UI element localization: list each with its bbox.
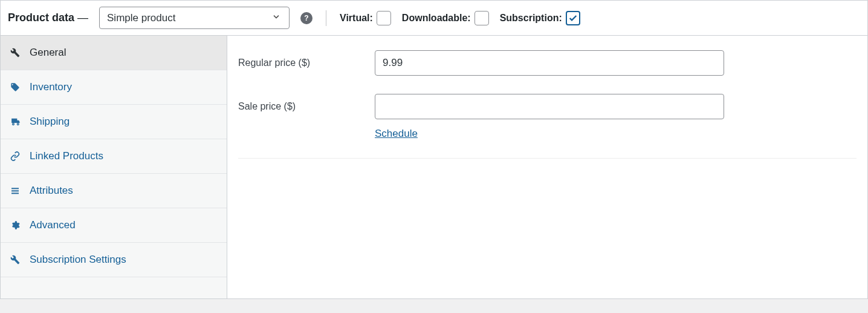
title-text: Product data	[8, 12, 74, 24]
panel-header: Product data — Simple product ? Virtual:…	[1, 1, 867, 36]
downloadable-checkbox[interactable]	[474, 11, 489, 25]
regular-price-label: Regular price ($)	[238, 50, 375, 68]
tab-general[interactable]: General	[1, 36, 227, 70]
tab-label: General	[30, 47, 66, 59]
tab-attributes[interactable]: Attributes	[1, 174, 227, 208]
subscription-checkbox[interactable]	[566, 11, 580, 25]
product-type-select-wrap: Simple product	[99, 7, 290, 29]
tab-label: Subscription Settings	[30, 254, 126, 266]
svg-point-0	[12, 123, 14, 125]
subscription-group: Subscription:	[500, 11, 580, 25]
panel-body: General Inventory Shipping Linked Produc…	[1, 36, 867, 298]
sale-price-row: Sale price ($) Schedule	[238, 94, 857, 140]
tab-advanced[interactable]: Advanced	[1, 208, 227, 243]
virtual-group: Virtual:	[340, 11, 391, 25]
tabs-sidebar: General Inventory Shipping Linked Produc…	[1, 36, 227, 298]
tab-label: Attributes	[30, 185, 73, 197]
tab-label: Linked Products	[30, 150, 103, 162]
sale-price-input[interactable]	[375, 94, 724, 119]
svg-rect-4	[11, 193, 19, 194]
wrench-icon	[9, 48, 21, 58]
gear-icon	[9, 220, 21, 230]
link-icon	[9, 151, 21, 161]
svg-point-1	[17, 123, 19, 125]
sale-price-field-wrap: Schedule	[375, 94, 724, 140]
svg-rect-2	[11, 188, 19, 189]
regular-price-row: Regular price ($)	[238, 50, 857, 76]
section-divider	[238, 158, 857, 159]
tab-label: Advanced	[30, 219, 76, 231]
panel-title: Product data —	[8, 12, 88, 24]
downloadable-label: Downloadable:	[402, 13, 471, 24]
tab-linked-products[interactable]: Linked Products	[1, 139, 227, 174]
tab-label: Inventory	[30, 81, 72, 93]
tab-shipping[interactable]: Shipping	[1, 105, 227, 139]
virtual-label: Virtual:	[340, 13, 373, 24]
sale-price-label: Sale price ($)	[238, 94, 375, 112]
subscription-label: Subscription:	[500, 13, 562, 24]
schedule-link[interactable]: Schedule	[375, 128, 418, 140]
svg-rect-3	[11, 190, 19, 191]
tab-subscription-settings[interactable]: Subscription Settings	[1, 243, 227, 277]
downloadable-group: Downloadable:	[402, 11, 489, 25]
wrench-icon	[9, 255, 21, 265]
virtual-checkbox[interactable]	[377, 11, 391, 25]
regular-price-field-wrap	[375, 50, 724, 76]
product-type-select[interactable]: Simple product	[99, 7, 290, 29]
help-icon[interactable]: ?	[300, 12, 313, 24]
title-dash: —	[77, 12, 88, 24]
truck-icon	[9, 117, 21, 127]
tab-content: Regular price ($) Sale price ($) Schedul…	[227, 36, 867, 298]
list-icon	[9, 186, 21, 196]
separator	[326, 10, 326, 26]
tag-icon	[9, 82, 21, 92]
product-data-panel: Product data — Simple product ? Virtual:…	[0, 0, 868, 299]
tab-inventory[interactable]: Inventory	[1, 70, 227, 105]
tab-label: Shipping	[30, 116, 70, 128]
regular-price-input[interactable]	[375, 50, 724, 76]
